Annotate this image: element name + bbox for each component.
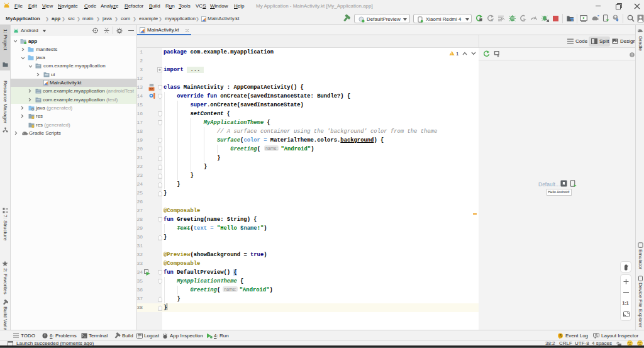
- svg-text:A: A: [491, 18, 494, 22]
- svg-text:<>: <>: [150, 87, 153, 91]
- svg-text:S: S: [559, 334, 562, 338]
